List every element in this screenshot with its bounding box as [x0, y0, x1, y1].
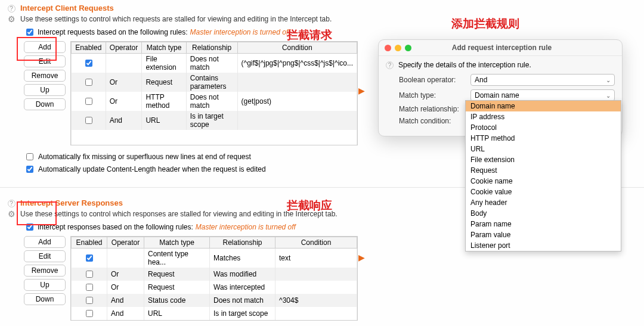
intercept-responses-label: Intercept responses based on the followi… [38, 223, 193, 231]
match-condition-label: Match condition: [399, 117, 470, 125]
rule-enabled-checkbox[interactable] [86, 271, 93, 278]
rule-enabled-checkbox[interactable] [85, 98, 92, 105]
dropdown-option[interactable]: IP address [466, 111, 621, 122]
table-row[interactable]: AndStatus codeDoes not match^304$ [72, 294, 357, 307]
dropdown-option[interactable]: Protocol [466, 122, 621, 133]
gear-icon[interactable]: ⚙ [7, 15, 16, 23]
col-match[interactable]: Match type [142, 42, 186, 54]
col-match[interactable]: Match type [144, 237, 210, 249]
col-enabled[interactable]: Enabled [72, 42, 106, 54]
intercept-requests-checkbox[interactable] [26, 29, 33, 36]
fix-newlines-label: Automatically fix missing or superfluous… [38, 153, 251, 161]
section-heading: Intercept Server Responses [20, 198, 123, 207]
remove-button[interactable]: Remove [24, 70, 66, 82]
table-row[interactable]: File extensionDoes not match(^gif$|^jpg$… [72, 54, 357, 73]
table-row[interactable]: Content type hea...Matchestext [72, 249, 357, 268]
col-condition[interactable]: Condition [237, 42, 357, 54]
rule-enabled-checkbox[interactable] [86, 254, 93, 262]
rule-enabled-checkbox[interactable] [86, 284, 93, 291]
dropdown-option[interactable]: Body [466, 208, 621, 219]
match-relationship-label: Match relationship: [399, 105, 470, 113]
dropdown-option[interactable]: Domain name [466, 101, 621, 111]
dialog-description: Specify the details of the interception … [398, 61, 531, 69]
rule-enabled-checkbox[interactable] [85, 60, 92, 67]
rule-enabled-checkbox[interactable] [85, 79, 92, 86]
up-button[interactable]: Up [24, 279, 66, 291]
col-enabled[interactable]: Enabled [72, 237, 107, 249]
response-rules-table[interactable]: Enabled Operator Match type Relationship… [70, 236, 358, 321]
section-subtext: Use these settings to control which resp… [20, 210, 338, 218]
down-button[interactable]: Down [24, 293, 66, 305]
col-operator[interactable]: Operator [107, 237, 144, 249]
dropdown-option[interactable]: File extension [466, 154, 621, 165]
minimize-icon[interactable] [395, 45, 401, 51]
chevron-down-icon: ⌄ [606, 77, 611, 83]
bool-operator-label: Boolean operator: [399, 76, 470, 84]
edit-button[interactable]: Edit [24, 250, 66, 262]
bool-operator-select[interactable]: And ⌄ [470, 74, 615, 86]
zoom-icon[interactable] [405, 45, 411, 51]
update-content-length-req-label: Automatically update Content-Length head… [38, 165, 266, 173]
fix-newlines-checkbox[interactable] [26, 153, 33, 160]
dropdown-option[interactable]: URL [466, 144, 621, 154]
intercept-requests-warning: Master interception is turned off [190, 28, 290, 36]
dropdown-option[interactable]: Cookie name [466, 176, 621, 187]
match-type-label: Match type: [399, 91, 470, 100]
col-condition[interactable]: Condition [275, 237, 357, 249]
table-row[interactable]: OrRequestContains parameters [72, 73, 357, 92]
dialog-title: Add request interception rule [415, 44, 589, 52]
section-heading: Intercept Client Requests [20, 4, 114, 13]
rule-enabled-checkbox[interactable] [85, 117, 92, 124]
intercept-responses-warning: Master interception is turned off [196, 223, 296, 231]
dropdown-option[interactable]: Cookie value [466, 187, 621, 197]
dropdown-option[interactable]: Listener port [466, 240, 621, 251]
dropdown-option[interactable]: HTTP method [466, 133, 621, 144]
chevron-down-icon: ⌄ [606, 92, 611, 99]
rule-enabled-checkbox[interactable] [86, 297, 93, 304]
intercept-requests-label: Intercept requests based on the followin… [38, 28, 187, 36]
update-content-length-req-checkbox[interactable] [26, 166, 33, 173]
dropdown-option[interactable]: Param name [466, 219, 621, 229]
col-operator[interactable]: Operator [106, 42, 142, 54]
table-row[interactable]: OrRequestWas intercepted [72, 281, 357, 294]
table-row[interactable]: OrHTTP methodDoes not match(get|post) [72, 92, 357, 111]
request-rules-table[interactable]: Enabled Operator Match type Relationship… [70, 41, 358, 145]
up-button[interactable]: Up [24, 84, 66, 96]
match-type-select[interactable]: Domain name ⌄ [470, 89, 615, 101]
help-icon[interactable]: ? [8, 200, 16, 207]
table-row[interactable]: AndURLIs in target scope [72, 307, 357, 320]
table-row[interactable]: OrRequestWas modified [72, 268, 357, 281]
help-icon[interactable]: ? [386, 61, 394, 69]
down-button[interactable]: Down [24, 98, 66, 110]
col-relationship[interactable]: Relationship [210, 237, 275, 249]
dropdown-option[interactable]: Request [466, 165, 621, 176]
gear-icon[interactable]: ⚙ [7, 210, 16, 218]
dropdown-option[interactable]: Param value [466, 229, 621, 240]
edit-button[interactable]: Edit [24, 55, 66, 67]
intercept-responses-checkbox[interactable] [26, 223, 33, 231]
table-row[interactable]: AndURLIs in target scope [72, 111, 357, 130]
rule-enabled-checkbox[interactable] [86, 310, 93, 317]
section-subtext: Use these settings to control which requ… [20, 15, 332, 23]
remove-button[interactable]: Remove [24, 265, 66, 277]
dropdown-option[interactable]: Any header [466, 197, 621, 208]
add-button[interactable]: Add [24, 236, 66, 248]
col-relationship[interactable]: Relationship [186, 42, 237, 54]
help-icon[interactable]: ? [8, 5, 16, 13]
dialog-titlebar: Add request interception rule [379, 40, 622, 56]
add-button[interactable]: Add [24, 41, 66, 53]
match-type-dropdown[interactable]: Domain nameIP addressProtocolHTTP method… [465, 100, 621, 252]
close-icon[interactable] [385, 45, 391, 51]
